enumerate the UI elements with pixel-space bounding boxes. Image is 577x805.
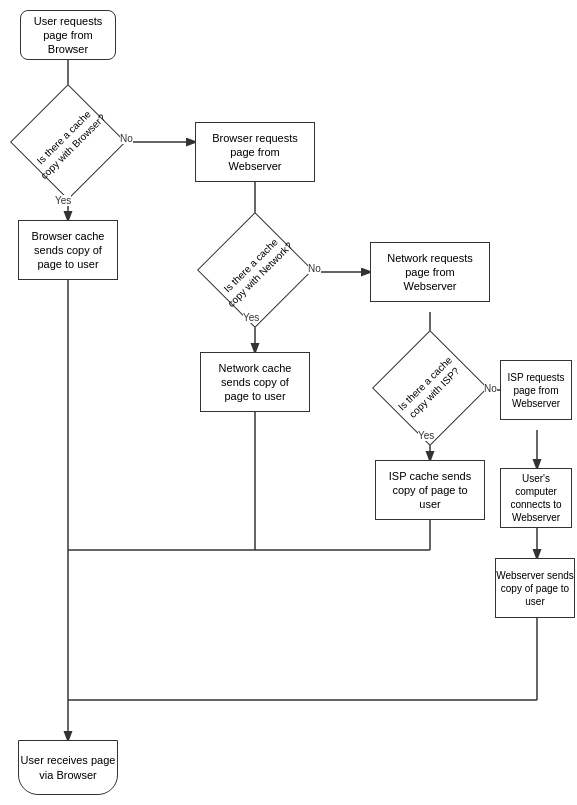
network-cache-label: Network cache sends copy of page to user — [219, 361, 292, 404]
browser-request-label: Browser requests page from Webserver — [212, 131, 298, 174]
network-request-node: Network requests page from Webserver — [370, 242, 490, 302]
yes-label-1: Yes — [55, 195, 71, 206]
end-node: User receives page via Browser — [18, 740, 118, 795]
isp-cache-node: ISP cache sends copy of page to user — [375, 460, 485, 520]
end-label: User receives page via Browser — [21, 753, 116, 782]
start-node: User requests page from Browser — [20, 10, 116, 60]
start-label: User requests page from Browser — [34, 14, 102, 57]
diamond3-wrapper: Is there a cache copy with ISP? — [370, 356, 490, 420]
browser-cache-node: Browser cache sends copy of page to user — [18, 220, 118, 280]
yes-label-2: Yes — [243, 312, 259, 323]
isp-request-label: ISP requests page from Webserver — [507, 371, 564, 410]
webserver-sends-node: Webserver sends copy of page to user — [495, 558, 575, 618]
diamond2-wrapper: Is there a cache copy with Network? — [195, 238, 315, 302]
network-request-label: Network requests page from Webserver — [387, 251, 473, 294]
isp-cache-label: ISP cache sends copy of page to user — [389, 469, 471, 512]
isp-request-node: ISP requests page from Webserver — [500, 360, 572, 420]
no-label-3: No — [484, 383, 497, 394]
user-computer-label: User's computer connects to Webserver — [501, 472, 571, 524]
no-label-2: No — [308, 263, 321, 274]
webserver-sends-label: Webserver sends copy of page to user — [496, 569, 574, 608]
browser-request-node: Browser requests page from Webserver — [195, 122, 315, 182]
flowchart: User requests page from Browser Is there… — [0, 0, 577, 805]
user-computer-node: User's computer connects to Webserver — [500, 468, 572, 528]
yes-label-3: Yes — [418, 430, 434, 441]
network-cache-node: Network cache sends copy of page to user — [200, 352, 310, 412]
diamond1-wrapper: Is there a cache copy with Browser? — [8, 112, 128, 172]
browser-cache-label: Browser cache sends copy of page to user — [32, 229, 105, 272]
no-label-1: No — [120, 133, 133, 144]
